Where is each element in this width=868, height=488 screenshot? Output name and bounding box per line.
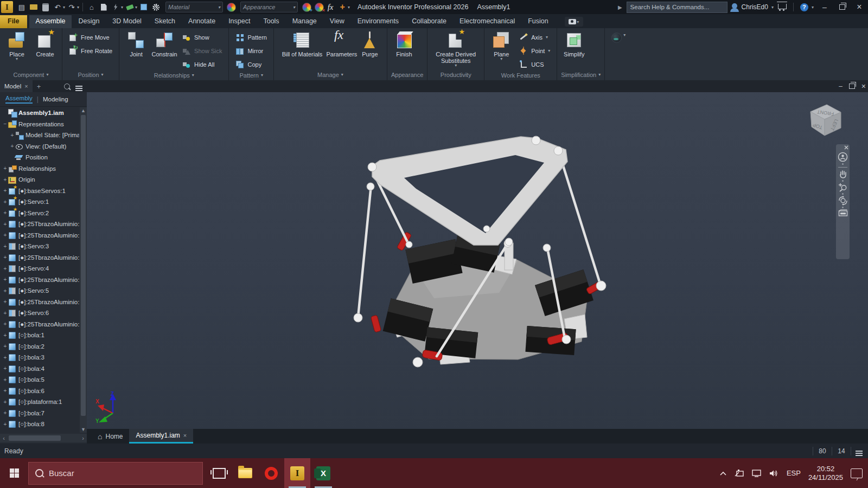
ribbon-tab-3d-model[interactable]: 3D Model <box>106 15 148 28</box>
tree-item-origin[interactable]: +Origin <box>0 174 79 185</box>
user-menu-icon[interactable]: ▾ <box>771 5 774 10</box>
save-icon[interactable] <box>40 2 51 12</box>
point-button[interactable]: Point▾ <box>515 44 554 57</box>
taskbar-app-excel[interactable]: X <box>310 458 336 488</box>
expand-icon[interactable]: + <box>2 232 8 238</box>
taskbar-app-file-explorer[interactable] <box>232 458 258 488</box>
ribbon-tab-file[interactable]: File <box>0 15 27 28</box>
sphere-tool-icon[interactable] <box>611 33 622 43</box>
render-icon[interactable] <box>150 2 161 12</box>
tree-item-bola-6[interactable]: +[○]:bola:6 <box>0 386 79 397</box>
clear-appearance-icon[interactable]: × <box>315 3 324 12</box>
sketch-icon[interactable] <box>98 2 109 12</box>
place-button[interactable]: Place▾ <box>3 30 31 62</box>
tree-item-bola-4[interactable]: +[○]:bola:4 <box>0 363 79 375</box>
ribbon-tab-electromechanical[interactable]: Electromechanical <box>453 15 521 28</box>
pan-hand-icon[interactable] <box>839 170 847 179</box>
tree-item-25tbrazoaluminio[interactable]: +[●]:25TbrazoAluminio: <box>0 252 79 264</box>
sphere-tool-menu-icon[interactable]: ▾ <box>623 33 626 37</box>
panel-label-pattern[interactable]: Pattern▾ <box>232 71 270 81</box>
expand-icon[interactable]: + <box>2 165 8 171</box>
material-color-wheel-icon[interactable] <box>227 3 236 12</box>
expand-icon[interactable]: + <box>2 266 8 272</box>
pattern-button[interactable]: Pattern <box>232 30 270 44</box>
measure-icon[interactable] <box>124 2 135 12</box>
ribbon-tab-manage[interactable]: Manage <box>286 15 323 28</box>
panel-label-work-features[interactable]: Work Features <box>487 71 554 81</box>
navigation-wheel-icon[interactable] <box>838 152 848 162</box>
tree-item-view-default[interactable]: +View: (Default) <box>0 141 79 152</box>
simplify-button[interactable]: Simplify <box>560 30 588 59</box>
expand-icon[interactable]: + <box>2 399 8 405</box>
expand-icon[interactable]: + <box>2 177 8 183</box>
taskbar-app-task-view[interactable] <box>206 458 232 488</box>
tree-item-servo-5[interactable]: +[●]:Servo:5 <box>0 285 79 297</box>
dropdown-arrow-icon[interactable]: ▾ <box>548 49 550 53</box>
expand-icon[interactable]: + <box>2 388 8 394</box>
axis-button[interactable]: Axis▾ <box>515 30 554 44</box>
tree-item-plataforma-1[interactable]: +[○]:plataforma:1 <box>0 396 79 408</box>
tray-chevron-icon[interactable] <box>719 471 727 476</box>
expand-arrow-icon[interactable]: ▶ <box>618 4 622 10</box>
ilogic-menu-icon[interactable]: ▾ <box>121 5 123 10</box>
browser-subtab-modeling[interactable]: Modeling <box>43 96 68 102</box>
tree-item-servo-6[interactable]: +[●]:Servo:6 <box>0 307 79 319</box>
tree-item-25tbrazoaluminio[interactable]: +[●]:25TbrazoAluminio: <box>0 297 79 308</box>
plane-button[interactable]: Plane▾ <box>487 30 515 62</box>
ribbon-tab-assemble[interactable]: Assemble <box>29 15 72 28</box>
panel-label-appearance[interactable]: Appearance <box>390 70 424 80</box>
panel-menu-icon[interactable]: ▾ <box>46 73 48 76</box>
panel-label-simplification[interactable]: Simplification▾ <box>560 70 602 80</box>
zoom-icon[interactable] <box>838 183 847 192</box>
expand-icon[interactable]: + <box>2 199 8 205</box>
close-icon[interactable] <box>844 145 848 151</box>
browser-horizontal-scrollbar[interactable]: ‹ › <box>0 434 87 442</box>
tree-item-25tbrazoaluminio[interactable]: +[●]:25TbrazoAluminio: <box>0 319 79 330</box>
tree-item-position[interactable]: Position <box>0 152 79 163</box>
measure-menu-icon[interactable]: ▾ <box>135 5 137 10</box>
expand-icon[interactable]: + <box>2 254 8 260</box>
scrollbar-thumb[interactable] <box>81 115 86 416</box>
component-icon[interactable] <box>138 2 149 12</box>
add-panel-tab-icon[interactable]: + <box>37 82 41 91</box>
redo-icon[interactable]: ↷ <box>66 2 77 12</box>
panel-label-component[interactable]: Component▾ <box>3 70 59 80</box>
help-menu-icon[interactable]: ▾ <box>812 5 814 10</box>
panel-menu-icon[interactable]: ▾ <box>261 74 263 77</box>
expand-icon[interactable]: + <box>2 321 8 327</box>
tree-item-25tbrazoaluminio[interactable]: +[●]:25TbrazoAluminio: <box>0 230 79 241</box>
expand-icon[interactable]: + <box>2 210 8 216</box>
hscrollbar-thumb[interactable] <box>9 435 61 441</box>
panel-label-relationships[interactable]: Relationships▾ <box>122 71 226 81</box>
view-cube[interactable]: FRONT TOP LEFT <box>803 101 846 142</box>
tree-item-assembly1-iam[interactable]: Assembly1.iam <box>0 107 79 119</box>
restore-button[interactable] <box>835 2 848 12</box>
tree-item-bola-1[interactable]: +[○]:bola:1 <box>0 330 79 341</box>
new-file-icon[interactable]: ▤ <box>16 2 27 12</box>
expand-icon[interactable]: + <box>2 377 8 383</box>
expand-icon[interactable]: + <box>2 365 8 371</box>
add-to-toolbar-icon[interactable]: + <box>337 2 348 12</box>
panel-label-manage[interactable]: Manage▾ <box>277 70 384 80</box>
doc-tab-assembly1-iam[interactable]: Assembly1.iam× <box>129 429 193 444</box>
tree-item-bola-5[interactable]: +[○]:bola:5 <box>0 374 79 386</box>
scroll-up-icon[interactable]: ▲ <box>80 108 87 113</box>
display-icon[interactable] <box>752 470 762 477</box>
tree-item-servo-4[interactable]: +[●]:Servo:4 <box>0 263 79 274</box>
expand-icon[interactable]: + <box>2 299 8 305</box>
material-combo[interactable]: Material▾ <box>165 2 223 12</box>
joint-button[interactable]: Joint <box>122 30 150 59</box>
constrain-button[interactable]: Constrain <box>150 30 178 59</box>
help-search-input[interactable]: Search Help & Commands... <box>627 2 727 13</box>
free-rotate-button[interactable]: Free Rotate <box>65 44 116 57</box>
undo-icon[interactable]: ↶ <box>52 2 63 12</box>
home-icon[interactable]: ⌂ <box>86 2 97 12</box>
appearance-combo[interactable]: Appearance▾ <box>240 2 298 12</box>
show-button[interactable]: Show <box>178 30 226 44</box>
panel-menu-icon[interactable]: ▾ <box>598 73 601 76</box>
minimize-button[interactable]: – <box>818 2 831 12</box>
doc-tab-home[interactable]: ⌂Home <box>91 429 129 444</box>
expand-icon[interactable]: + <box>2 410 8 416</box>
speaker-icon[interactable] <box>769 470 779 477</box>
expand-icon[interactable]: + <box>2 188 8 194</box>
